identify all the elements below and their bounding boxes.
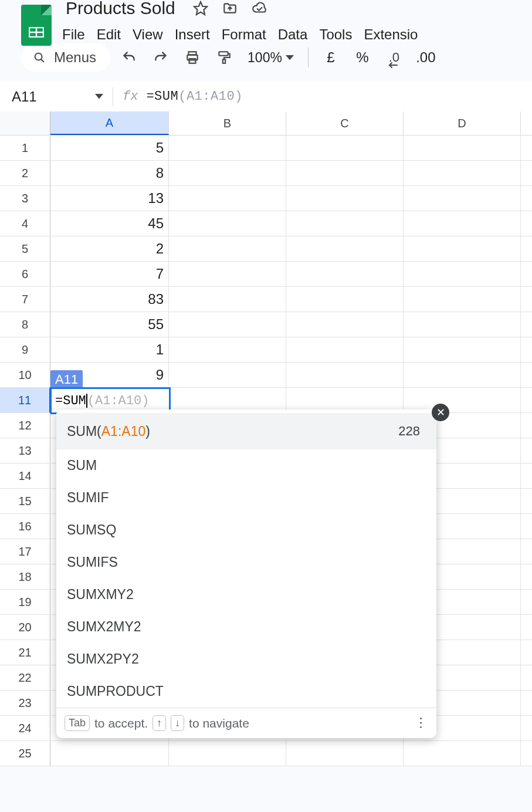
row-header[interactable]: 4: [0, 211, 50, 236]
print-button[interactable]: [179, 45, 205, 70]
row-header[interactable]: 1: [0, 136, 50, 160]
cell[interactable]: [404, 363, 521, 387]
row-header[interactable]: 11: [0, 388, 50, 412]
cell[interactable]: 13: [50, 186, 169, 211]
undo-button[interactable]: [116, 45, 142, 70]
row-header[interactable]: 25: [0, 741, 50, 766]
menu-view[interactable]: View: [133, 24, 174, 45]
cell[interactable]: [169, 236, 286, 261]
autocomplete-item[interactable]: SUMIF: [56, 482, 436, 514]
column-header-c[interactable]: C: [286, 111, 404, 135]
menu-data[interactable]: Data: [278, 24, 318, 45]
cell[interactable]: [286, 262, 404, 286]
zoom-dropdown[interactable]: 100%: [243, 50, 299, 66]
row-header[interactable]: 7: [0, 287, 50, 312]
autocomplete-item[interactable]: SUMX2PY2: [56, 643, 436, 675]
row-header[interactable]: 18: [0, 564, 50, 589]
cell[interactable]: [404, 741, 521, 766]
menu-insert[interactable]: Insert: [175, 24, 221, 45]
row-header[interactable]: 17: [0, 539, 50, 564]
row-header[interactable]: 14: [0, 463, 50, 488]
menu-extensions[interactable]: Extensio: [364, 24, 428, 45]
autocomplete-item[interactable]: SUMIFS: [56, 546, 436, 578]
row-header[interactable]: 6: [0, 262, 50, 286]
cell[interactable]: [169, 337, 286, 362]
cell[interactable]: [286, 211, 404, 236]
cell[interactable]: 8: [50, 161, 169, 185]
cell[interactable]: [169, 312, 286, 337]
cell[interactable]: [50, 741, 169, 766]
autocomplete-item[interactable]: SUM: [56, 449, 436, 482]
menu-tools[interactable]: Tools: [319, 24, 362, 45]
row-header[interactable]: 19: [0, 590, 50, 614]
cell[interactable]: 7: [50, 262, 169, 286]
cell[interactable]: [169, 211, 286, 236]
row-header[interactable]: 15: [0, 489, 50, 513]
increase-decimal-button[interactable]: .00: [413, 45, 439, 70]
star-icon[interactable]: [193, 1, 208, 16]
cell[interactable]: [286, 236, 404, 261]
autocomplete-item[interactable]: SUMXMY2: [56, 578, 436, 611]
row-header[interactable]: 24: [0, 716, 50, 740]
name-box[interactable]: A11: [12, 89, 103, 105]
cell[interactable]: [169, 363, 286, 387]
column-header-b[interactable]: B: [169, 111, 286, 135]
cell[interactable]: [286, 161, 404, 185]
menu-edit[interactable]: Edit: [97, 24, 131, 45]
cell[interactable]: 83: [50, 287, 169, 312]
redo-button[interactable]: [148, 45, 174, 70]
cell[interactable]: [404, 337, 521, 362]
menu-file[interactable]: File: [62, 24, 96, 45]
cell[interactable]: [286, 363, 404, 387]
cell[interactable]: 45: [50, 211, 169, 236]
cell[interactable]: [286, 388, 404, 412]
menu-format[interactable]: Format: [222, 24, 277, 45]
cell[interactable]: 5: [50, 136, 169, 160]
row-header[interactable]: 16: [0, 514, 50, 539]
cell[interactable]: [404, 161, 521, 185]
row-header[interactable]: 9: [0, 337, 50, 362]
menus-search[interactable]: Menus: [21, 43, 110, 72]
cloud-saved-icon[interactable]: [252, 1, 267, 16]
cell[interactable]: [404, 136, 521, 160]
formula-input[interactable]: =SUM(A1:A10): [146, 89, 242, 104]
cell[interactable]: [404, 262, 521, 286]
autocomplete-item[interactable]: SUMSQ: [56, 514, 436, 546]
cell[interactable]: [286, 337, 404, 362]
cell[interactable]: 2: [50, 236, 169, 261]
row-header[interactable]: 3: [0, 186, 50, 211]
row-header[interactable]: 10: [0, 363, 50, 387]
move-icon[interactable]: [222, 1, 238, 16]
cell[interactable]: 1: [50, 337, 169, 362]
row-header[interactable]: 12: [0, 413, 50, 438]
cell[interactable]: [404, 236, 521, 261]
cell[interactable]: [286, 741, 404, 766]
autocomplete-more-button[interactable]: ⋯: [414, 716, 429, 730]
document-title[interactable]: Products Sold: [62, 0, 179, 19]
row-header[interactable]: 23: [0, 691, 50, 715]
cell[interactable]: [404, 186, 521, 211]
cell[interactable]: [169, 136, 286, 160]
cell[interactable]: [286, 312, 404, 337]
cell[interactable]: [404, 312, 521, 337]
cell[interactable]: [286, 136, 404, 160]
percent-button[interactable]: %: [350, 45, 375, 70]
cell[interactable]: 55: [50, 312, 169, 337]
autocomplete-item[interactable]: SUMPRODUCT: [56, 675, 436, 708]
column-header-a[interactable]: A: [50, 111, 169, 135]
select-all-corner[interactable]: [0, 111, 50, 135]
close-autocomplete-button[interactable]: ✕: [432, 404, 449, 421]
row-header[interactable]: 13: [0, 438, 50, 463]
column-header-d[interactable]: D: [404, 111, 521, 135]
row-header[interactable]: 22: [0, 665, 50, 690]
row-header[interactable]: 21: [0, 640, 50, 665]
row-header[interactable]: 5: [0, 236, 50, 261]
autocomplete-item-suggested[interactable]: SUM(A1:A10) 228: [56, 413, 436, 449]
cell[interactable]: [169, 161, 286, 185]
cell[interactable]: [169, 388, 286, 412]
cell[interactable]: [404, 388, 521, 412]
decrease-decimal-button[interactable]: .0: [381, 45, 407, 70]
row-header[interactable]: 8: [0, 312, 50, 337]
cell[interactable]: [404, 211, 521, 236]
currency-button[interactable]: £: [318, 45, 344, 70]
